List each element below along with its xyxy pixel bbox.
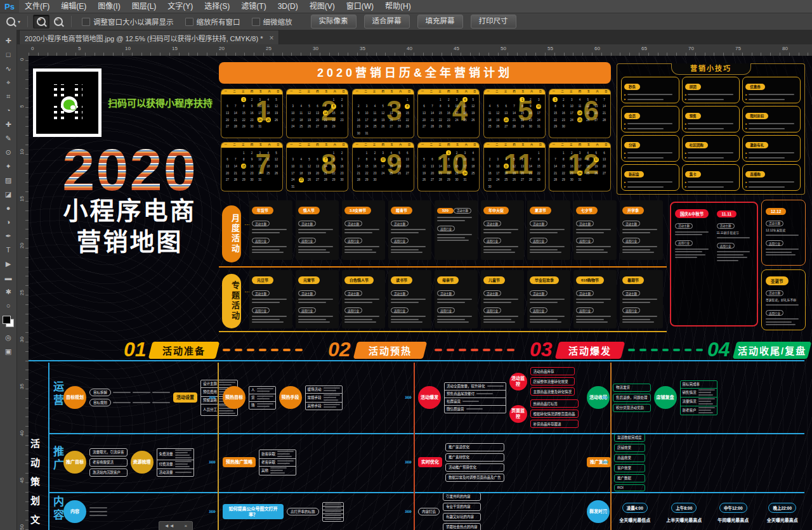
clone-stamp-tool[interactable]: ⊙ [1,145,16,159]
history-brush-tool[interactable]: ✦ [1,159,16,173]
day-cell: 18 [264,110,272,117]
option-button-3[interactable]: 打印尺寸 [471,15,516,29]
day-cell: 4 [486,103,494,110]
day-cell: 2 [338,150,346,157]
tip-line: ▸ [624,127,676,130]
menu-item-8[interactable]: 视图(V) [304,0,341,13]
day-cell: 22 [535,170,543,177]
eyedropper-tool[interactable]: ◔ [1,103,16,117]
menu-item-2[interactable]: 图像(I) [92,0,126,13]
ruler-number: 0 [19,58,25,61]
pen-tool[interactable]: ✒ [1,229,16,243]
crop-tool[interactable]: ⌗ [1,89,16,103]
arrow-icon: ▸ [745,181,747,184]
day-cell: 8 [551,103,560,110]
zoom-in-button[interactable]: + [33,15,49,29]
day-cell: 30 [486,183,494,190]
promo-title: 12.12 [766,208,786,215]
row-label: 免费流量 [159,451,173,456]
color-swatches[interactable] [3,316,14,327]
zoom-tool-icon[interactable] [6,17,15,26]
ruler-number: 45 [454,46,459,51]
quick-select-tool[interactable]: ⌖ [1,75,16,89]
day-cell: 28 [551,176,560,183]
zoom-out-button[interactable]: − [51,15,66,28]
day-cell: 6 [518,157,527,164]
text-line [391,249,419,250]
day-cell: 3 [494,157,502,164]
weekday-label: 二 [492,89,501,94]
row-label: 场 [251,403,255,408]
day-cell: 25 [264,117,272,124]
option-checkbox-1[interactable]: 缩放所有窗口 [185,16,240,27]
dropdown-arrow-icon[interactable]: ▾ [18,19,20,25]
day-cell: 1 [330,96,338,103]
screen-mode-icon[interactable]: ▣ [1,344,16,358]
text-line [252,249,280,250]
month-days: 1234567891011121314151617181920212223242… [223,150,280,190]
zoom-tool[interactable]: ○ [1,299,16,313]
text-line [483,299,518,300]
menu-item-0[interactable]: 文件(F) [19,0,55,13]
calendar-month-9: 一二三四五六日912345678910111213141516171819202… [352,142,414,191]
menu-item-4[interactable]: 文字(Y) [162,0,199,13]
gradient-tool[interactable]: ◪ [1,187,16,201]
activity-card-title: 七夕节 [576,207,598,214]
menu-item-6[interactable]: 滤镜(T) [235,0,272,13]
industry-field-label: 适用行业 [766,310,783,316]
lasso-tool[interactable]: ∿ [1,61,16,75]
scrollbar-corner[interactable]: ◄◄× [159,521,193,530]
path-select-tool[interactable]: ▶ [1,257,16,271]
text-line [325,515,341,516]
text-line [175,455,190,456]
day-cell: 24 [453,117,461,124]
quick-mask-icon[interactable]: ◎ [1,330,16,344]
option-button-1[interactable]: 适合屏幕 [364,15,410,29]
row-divider [48,492,804,493]
foreground-color-chip[interactable] [3,316,11,324]
menu-item-9[interactable]: 窗口(W) [341,0,379,13]
day-cell: 11 [297,110,305,117]
menu-item-5[interactable]: 选择(S) [199,0,235,13]
day-cell: 30 [338,176,346,183]
option-button-0[interactable]: 实际像素 [311,15,357,29]
document-tab[interactable]: 2020小程序电商营销地图.jpg @ 12.5% (扫码可以获得小程序扶持, … [19,30,279,45]
option-checkbox-0[interactable]: 调整窗口大小以满屏显示 [82,16,174,27]
hand-tool[interactable]: ✱ [1,285,16,299]
arrow-icon: ▸ [624,127,626,130]
blur-tool[interactable]: ● [1,201,16,215]
shape-tool[interactable]: ▬ [1,271,16,285]
tip-line: ▸ [685,127,737,130]
weekday-label: 三 [239,143,247,148]
day-cell: 8 [240,103,248,110]
menu-item-7[interactable]: 3D(D) [272,0,304,13]
menu-item-10[interactable]: 帮助(H) [379,0,417,13]
arrow-icon: ▸ [624,132,626,133]
healing-brush-tool[interactable]: ✚ [1,117,16,131]
type-tool[interactable]: T [1,243,16,257]
dodge-tool[interactable]: ◑ [1,215,16,229]
text-line [576,246,611,247]
activity-card: 儿童节活动主题适用行业 [481,270,524,328]
menu-item-3[interactable]: 图层(L) [126,0,162,13]
weekday-label: 三 [304,143,313,148]
tip-label: 社区团购 [685,142,708,148]
day-cell: 14 [510,110,518,117]
option-checkbox-2[interactable]: 细微缩放 [252,16,292,27]
weekday-label: 三 [304,89,313,94]
document-canvas[interactable]: 扫码可以获得小程序扶持 2020 小程序电商 营销地图 2020营销日历&全年营… [29,56,812,530]
menu-item-1[interactable]: 编辑(E) [55,0,92,13]
dash [696,349,703,351]
arrow-icon: ▸ [624,190,626,191]
brush-tool[interactable]: ✎ [1,131,16,145]
weekday-label: 四 [575,143,584,148]
text-line [675,254,705,255]
marquee-tool[interactable]: □ [1,48,16,61]
close-tab-icon[interactable]: × [269,34,273,42]
mindmap-branch [89,507,107,516]
option-button-2[interactable]: 填充屏幕 [417,15,463,29]
day-cell: 22 [436,117,445,124]
move-tool[interactable]: ✚ [1,34,16,48]
day-cell: 4 [469,150,477,157]
eraser-tool[interactable]: ▨ [1,173,16,187]
